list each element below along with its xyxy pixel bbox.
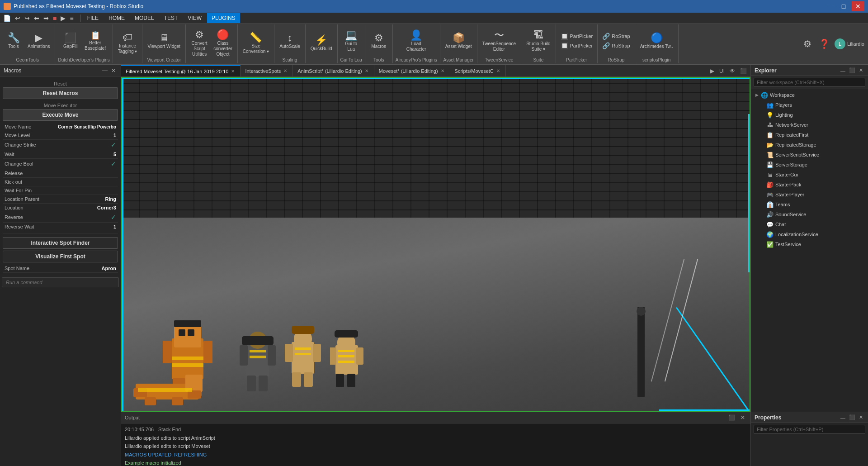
tab-moveset[interactable]: Moveset* (Liliardio Editing) ✕: [374, 65, 450, 76]
output-title: Output: [125, 415, 140, 420]
properties-close-button[interactable]: ✕: [858, 414, 864, 421]
forward-button[interactable]: ➡: [42, 14, 50, 23]
ribbon-baseplate-button[interactable]: 📋 BetterBaseplate!: [82, 30, 108, 52]
ribbon-partpicker-bottom-button[interactable]: 🔲 PartPicker: [559, 41, 595, 50]
explorer-expand-button[interactable]: ⬛: [848, 67, 857, 74]
output-close-button[interactable]: ✕: [739, 414, 747, 422]
ribbon-studio-build-button[interactable]: 🏗 Studio BuildSuite ▾: [524, 29, 552, 53]
execute-move-button[interactable]: Execute Move: [3, 109, 118, 121]
output-expand-button[interactable]: ⬛: [726, 414, 737, 422]
back-button[interactable]: ⬅: [33, 14, 41, 23]
play-button[interactable]: ▶: [59, 14, 67, 23]
ribbon-gui-lua-button[interactable]: 💻 Gui toLua: [340, 29, 362, 53]
tab-interactive-spots[interactable]: InteractiveSpots ✕: [241, 65, 293, 76]
maximize-button[interactable]: □: [837, 1, 850, 11]
ribbon-load-character-button[interactable]: 👤 LoadCharacter: [404, 29, 429, 53]
tab-eye-button[interactable]: 👁: [728, 67, 737, 75]
tree-item-teams[interactable]: 👔 Teams: [751, 200, 868, 209]
tab-expand-button[interactable]: ⬛: [738, 67, 749, 75]
tree-item-server-storage[interactable]: 💾 ServerStorage: [751, 160, 868, 170]
menu-view[interactable]: VIEW: [183, 13, 206, 23]
run-command-area[interactable]: Run a command: [2, 277, 119, 287]
new-file-button[interactable]: 📄: [2, 14, 12, 23]
ribbon-tools-button[interactable]: 🔧 Tools: [3, 32, 24, 51]
tree-item-test-service[interactable]: ✅ TestService: [751, 239, 868, 249]
ribbon-instance-tagging-button[interactable]: 🏷 InstanceTagging ▾: [116, 31, 140, 56]
close-button[interactable]: ✕: [852, 1, 864, 11]
ribbon-gapfill-button[interactable]: ⬛ GapFill: [60, 32, 81, 51]
tree-item-sound-service[interactable]: 🔊 SoundService: [751, 209, 868, 219]
stop-button[interactable]: ■: [52, 14, 58, 23]
tab-ui-button[interactable]: UI: [717, 67, 726, 75]
menu-model[interactable]: MODEL: [130, 13, 159, 23]
ribbon-viewport-label: Viewport Creator: [147, 57, 181, 62]
change-bool-row: Change Bool ✓: [3, 159, 118, 169]
ribbon-macros-button[interactable]: ⚙ Macros: [368, 32, 390, 51]
undo-button[interactable]: ↩: [14, 14, 22, 23]
ribbon-help-button[interactable]: ❓: [816, 37, 833, 51]
macros-minimize-button[interactable]: —: [101, 67, 109, 74]
tree-item-replicated-storage[interactable]: 📂 ReplicatedStorage: [751, 140, 868, 150]
interactive-spot-finder-button[interactable]: Interactive Spot Finder: [3, 237, 118, 249]
ribbon-size-conversion-button[interactable]: 📏 SizeConversion ▾: [241, 31, 271, 56]
tab-animscript-close[interactable]: ✕: [364, 68, 369, 73]
ribbon-class-converter-button[interactable]: 🔴 ClassconverterObject: [211, 29, 235, 58]
ribbon-archimedes-button[interactable]: 🔵 Archimedes Tw..: [638, 32, 675, 51]
tab-scripts-moveset-close[interactable]: ✕: [495, 68, 501, 73]
tree-item-lighting[interactable]: 💡 Lighting: [751, 110, 868, 120]
explorer-filter-input[interactable]: [754, 78, 865, 87]
tab-scripts-moveset[interactable]: Scripts/MovesetC ✕: [450, 65, 506, 76]
tree-item-chat[interactable]: 💬 Chat: [751, 219, 868, 229]
explorer-close-button[interactable]: ✕: [858, 67, 864, 74]
tree-item-network-server[interactable]: 🖧 NetworkServer: [751, 120, 868, 130]
ribbon-animations-button[interactable]: ▶ Animations: [25, 32, 52, 51]
tree-item-starter-pack[interactable]: 🎒 StarterPack: [751, 180, 868, 190]
menu-home[interactable]: HOME: [104, 13, 129, 23]
tree-item-starter-player[interactable]: 🎮 StarterPlayer: [751, 190, 868, 200]
tab-moveset-close[interactable]: ✕: [440, 68, 445, 73]
macros-close-button[interactable]: ✕: [110, 67, 117, 74]
ribbon-autoscale-button[interactable]: ↕ AutoScale: [277, 32, 302, 51]
tab-play-button[interactable]: ▶: [708, 67, 716, 75]
visualize-first-spot-button[interactable]: Visualize First Spot: [3, 251, 118, 262]
tab-filtered-moveset-close[interactable]: ✕: [230, 69, 236, 74]
ribbon-partpicker-top-button[interactable]: 🔲 PartPicker: [559, 32, 595, 41]
ribbon-group-viewport: 🖥 Viewport Widget Viewport Creator: [142, 24, 186, 63]
svg-rect-37: [338, 355, 354, 357]
svg-rect-36: [338, 350, 354, 352]
properties-filter-input[interactable]: [754, 425, 865, 434]
ribbon-rostrap-top-button[interactable]: 🔗 RoStrap: [600, 32, 632, 41]
tree-item-players[interactable]: 👥 Players: [751, 100, 868, 110]
tree-item-starter-gui[interactable]: 🖥 StarterGui: [751, 170, 868, 180]
reset-macros-button[interactable]: Reset Macros: [3, 87, 118, 99]
minimize-button[interactable]: —: [823, 1, 835, 11]
ribbon-rostrap-bottom-button[interactable]: 🔗 RoStrap: [600, 41, 632, 50]
ribbon-convert-script-button[interactable]: ⚙ ConvertScriptUtilities: [189, 29, 210, 58]
localization-icon: 🌍: [766, 231, 774, 238]
tree-item-workspace[interactable]: ▶ 🌐 Workspace: [751, 90, 868, 100]
redo-button[interactable]: ↪: [23, 14, 31, 23]
tree-item-server-script[interactable]: 📜 ServerScriptService: [751, 150, 868, 160]
output-line-4: Example macro initialized: [125, 459, 747, 466]
svg-rect-27: [295, 347, 311, 350]
properties-expand-button[interactable]: ⬛: [848, 414, 857, 421]
ribbon-settings-button[interactable]: ⚙: [801, 37, 814, 51]
ribbon-viewport-widget-button[interactable]: 🖥 Viewport Widget: [145, 32, 183, 51]
properties-minimize-button[interactable]: —: [839, 414, 847, 421]
menu-file[interactable]: FILE: [83, 13, 103, 23]
tree-item-replicated-first[interactable]: 📋 ReplicatedFirst: [751, 130, 868, 140]
tab-interactive-spots-close[interactable]: ✕: [283, 68, 288, 73]
menu-toggle-button[interactable]: ≡: [68, 14, 75, 23]
tab-animscript[interactable]: AnimScript* (Liliardio Editing) ✕: [293, 65, 374, 76]
tree-item-localization[interactable]: 🌍 LocalizationService: [751, 229, 868, 239]
ribbon-size-buttons: 📏 SizeConversion ▾: [241, 25, 271, 62]
tab-filtered-moveset[interactable]: Filtered Moveset Testing @ 16 Jan 2019 2…: [121, 65, 241, 76]
ribbon-asset-widget-button[interactable]: 📦 Asset Widget: [443, 32, 474, 51]
explorer-minimize-button[interactable]: —: [839, 67, 847, 74]
ribbon-quickbuild-button[interactable]: ⚡ QuickBuild: [308, 34, 335, 53]
menu-plugins[interactable]: PLUGINS: [207, 13, 240, 23]
wait-for-pin-label: Wait For Pin: [5, 188, 32, 193]
menu-test[interactable]: TEST: [160, 13, 183, 23]
svg-rect-18: [250, 350, 266, 352]
ribbon-tween-editor-button[interactable]: 〜 TweenSequenceEditor: [480, 29, 519, 53]
